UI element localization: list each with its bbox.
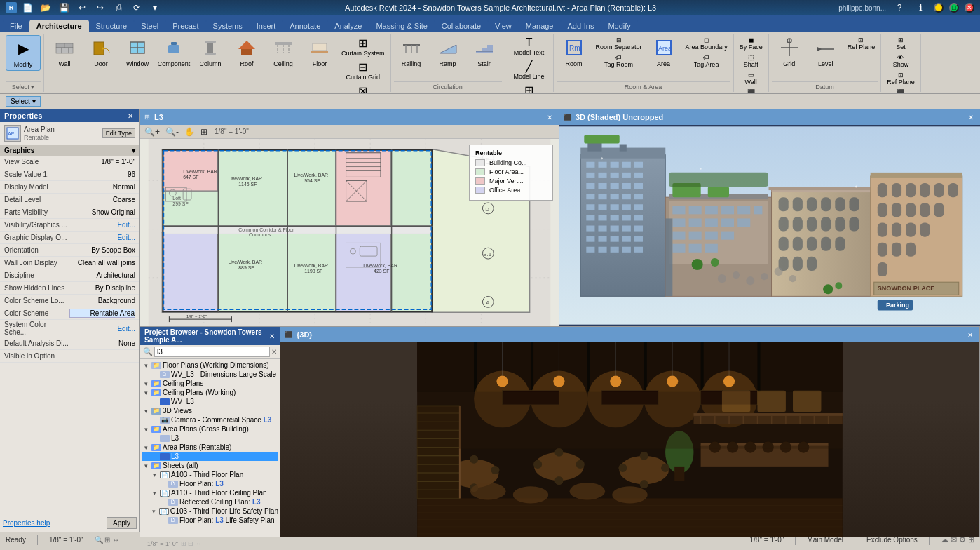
zoom-in-btn[interactable]: 🔍+ [143, 127, 161, 137]
tab-precast[interactable]: Precast [165, 20, 205, 32]
tab-annotate[interactable]: Annotate [283, 20, 327, 32]
pan-btn[interactable]: ✋ [183, 127, 196, 137]
pb-l3-cross[interactable]: L3 [142, 434, 278, 443]
floor-plan-canvas[interactable]: Live/Work, BAR 647 SF Live/Work, BAR 114… [140, 139, 559, 326]
graphics-section-header[interactable]: Graphics ▾ [0, 145, 139, 156]
pb-3d-views[interactable]: ▾ 📁 3D Views [142, 406, 278, 415]
qa-open-btn[interactable]: 📂 [38, 0, 53, 15]
tab-file[interactable]: File [3, 20, 29, 32]
pb-camera-commercial[interactable]: 📷 Camera - Commercial Space L3 [142, 415, 278, 424]
mullion-btn[interactable]: ⊠ Mullion [339, 83, 388, 94]
tab-collaborate[interactable]: Collaborate [435, 20, 488, 32]
tab-architecture[interactable]: Architecture [29, 20, 89, 32]
pb-a110-ceiling[interactable]: 🗋 Reflected Ceiling Plan: L3 [142, 497, 278, 507]
wall-btn[interactable]: Wall [47, 35, 82, 69]
pb-ceiling-plans[interactable]: ▾ 📁 Ceiling Plans [142, 379, 278, 388]
qa-new-btn[interactable]: 📄 [20, 0, 35, 15]
model-group-btn[interactable]: ⊞ Model Group [508, 82, 550, 94]
discipline-value[interactable]: Architectural [70, 271, 136, 279]
interior-close-btn[interactable]: ✕ [965, 330, 975, 340]
info-btn[interactable]: ℹ [913, 0, 928, 15]
scale-value-val[interactable]: 96 [70, 170, 136, 178]
qa-undo-btn[interactable]: ↩ [74, 0, 90, 15]
zoom-out-btn[interactable]: 🔍- [164, 127, 180, 137]
floor-btn[interactable]: Floor [302, 35, 337, 69]
area-boundary-btn[interactable]: ◻ Area Boundary [683, 35, 730, 52]
pb-area-plans-rentable[interactable]: ▾ 📁 Area Plans (Rentable) [142, 443, 278, 452]
view-scale-value[interactable]: 1/8" = 1'-0" [70, 158, 136, 166]
pb-a103[interactable]: ▾ 📄 A103 - Third Floor Plan [142, 470, 278, 479]
tab-systems[interactable]: Systems [206, 20, 250, 32]
pb-search-input[interactable] [154, 347, 270, 357]
show-btn[interactable]: 👁 Show [884, 53, 918, 69]
model-line-btn[interactable]: ╱ Model Line [508, 58, 550, 81]
default-analysis-value[interactable]: None [70, 340, 136, 347]
set-btn[interactable]: ⊞ Set [884, 35, 918, 52]
properties-help-link[interactable]: Properties help [3, 519, 50, 527]
close-btn[interactable]: ✕ [965, 3, 974, 13]
interior-canvas[interactable] [280, 342, 979, 537]
view3d-canvas[interactable]: SNOWDON PLACE [559, 125, 980, 326]
wall-join-value[interactable]: Clean all wall joins [70, 259, 136, 267]
stair-btn[interactable]: Stair [467, 35, 502, 69]
view3d-close-btn[interactable]: ✕ [966, 112, 976, 122]
component-btn[interactable]: Component [156, 35, 191, 69]
qa-print-btn[interactable]: ⎙ [111, 0, 126, 15]
pb-l3-rentable[interactable]: L3 [142, 452, 278, 461]
by-face-btn[interactable]: ◼ By Face [737, 35, 765, 52]
qa-sync-btn[interactable]: ⟳ [129, 0, 144, 15]
pb-g103[interactable]: ▾ 📄 G103 - Third Floor Life Safety Plan [142, 507, 278, 516]
curtain-system-btn[interactable]: ⊞ Curtain System [339, 35, 388, 58]
room-btn[interactable]: Rm Room [557, 35, 592, 69]
opening-wall-btn[interactable]: ▭ Wall [737, 70, 765, 87]
tag-area-btn[interactable]: 🏷 Tag Area [683, 53, 730, 69]
properties-close-btn[interactable]: ✕ [125, 111, 135, 121]
column-btn[interactable]: Column [193, 35, 228, 69]
pb-sheets[interactable]: ▾ 📁 Sheets (all) [142, 461, 278, 470]
clear-search-icon[interactable]: ✕ [271, 348, 277, 356]
apply-btn[interactable]: Apply [107, 517, 137, 529]
pb-a110[interactable]: ▾ 📄 A110 - Third Floor Ceiling Plan [142, 488, 278, 497]
select-label[interactable]: Select ▾ [6, 81, 41, 90]
window-btn[interactable]: Window [120, 35, 155, 69]
maximize-btn[interactable]: □ [949, 3, 959, 13]
detail-level-value[interactable]: Coarse [70, 196, 136, 203]
qa-save-btn[interactable]: 💾 [56, 0, 72, 15]
shaft-btn[interactable]: ⬚ Shaft [737, 53, 765, 69]
pb-wv-l3-dims[interactable]: 🗋 WV_L3 - Dimensions Large Scale [142, 370, 278, 379]
color-scheme-value[interactable]: Rentable Area [69, 309, 136, 318]
color-scheme-loc-value[interactable]: Background [70, 297, 136, 304]
pb-ceiling-plans-working[interactable]: ▾ 📁 Ceiling Plans (Working) [142, 388, 278, 397]
pb-a103-floor[interactable]: 🗋 Floor Plan: L3 [142, 479, 278, 488]
tab-structure[interactable]: Structure [89, 20, 135, 32]
tab-modify[interactable]: Modify [601, 20, 637, 32]
help-btn[interactable]: ? [892, 0, 907, 15]
tab-view[interactable]: View [488, 20, 519, 32]
tab-massing[interactable]: Massing & Site [369, 20, 434, 32]
area-btn[interactable]: Area Area [646, 35, 681, 69]
ref-plane2-btn[interactable]: ⊡ Ref Plane [884, 70, 918, 87]
tab-analyze[interactable]: Analyze [327, 20, 369, 32]
visibility-graphics-link[interactable]: Edit... [70, 221, 136, 229]
room-separator-btn[interactable]: ⊟ Room Separator [593, 35, 645, 52]
select-btn[interactable]: Select ▾ [6, 96, 41, 107]
pb-wv-l3-ceiling[interactable]: WV_L3 [142, 397, 278, 406]
tab-addins[interactable]: Add-Ins [561, 20, 601, 32]
qa-redo-btn[interactable]: ↪ [93, 0, 108, 15]
orientation-value[interactable]: By Scope Box [70, 246, 136, 254]
modify-tool-btn[interactable]: ▶ Modify [6, 35, 41, 71]
tab-insert[interactable]: Insert [250, 20, 283, 32]
roof-btn[interactable]: Roof [229, 35, 264, 69]
door-btn[interactable]: Door [83, 35, 118, 69]
pb-g103-floor[interactable]: 🗋 Floor Plan: L3 Life Safety Plan [142, 516, 278, 525]
ceiling-btn[interactable]: Ceiling [266, 35, 301, 69]
display-model-value[interactable]: Normal [70, 183, 136, 191]
floor-plan-close-btn[interactable]: ✕ [545, 112, 554, 122]
vertical-btn[interactable]: ⬛ Vertical [737, 88, 765, 94]
pb-close-btn[interactable]: ✕ [268, 331, 275, 341]
tab-steel[interactable]: Steel [134, 20, 165, 32]
tab-manage[interactable]: Manage [519, 20, 561, 32]
minimize-btn[interactable]: ─ [934, 3, 944, 13]
ramp-btn[interactable]: Ramp [430, 35, 465, 69]
system-color-link[interactable]: Edit... [70, 325, 136, 333]
